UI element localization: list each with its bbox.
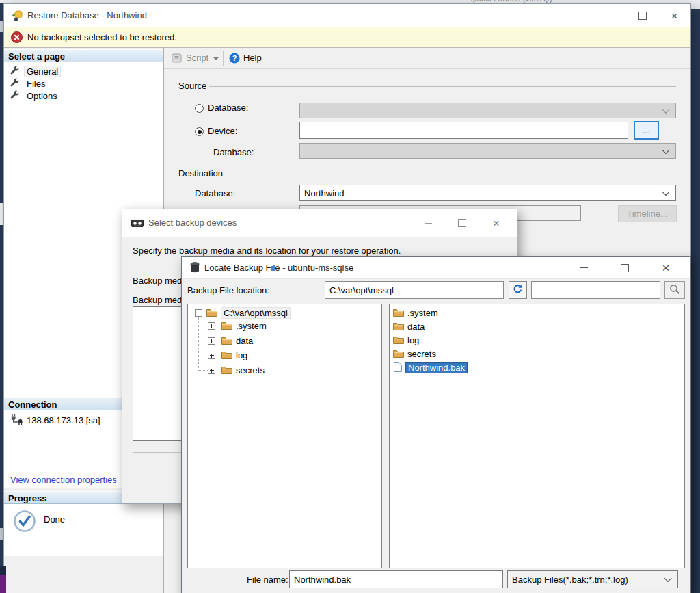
- timeline-button[interactable]: Timeline...: [618, 205, 677, 222]
- file-icon: [394, 362, 402, 374]
- tree-connector: [199, 326, 208, 326]
- file-list-item[interactable]: .system: [393, 306, 438, 319]
- source-database-radio-label: Database:: [208, 103, 248, 113]
- script-dropdown-caret-icon[interactable]: [213, 57, 219, 60]
- close-icon[interactable]: ×: [645, 257, 686, 278]
- progress-status: Done: [44, 514, 65, 525]
- refresh-button[interactable]: [509, 281, 527, 299]
- script-button[interactable]: Script: [186, 53, 208, 63]
- wrench-icon: [10, 78, 19, 89]
- maximize-icon[interactable]: [445, 209, 479, 237]
- file-type-combobox[interactable]: Backup Files(*.bak;*.trn;*.log): [507, 570, 678, 588]
- warning-text: No backupset selected to be restored.: [27, 27, 177, 47]
- folder-tree-pane[interactable]: C:\var\opt\mssql .system data log secret…: [187, 304, 382, 568]
- wrench-icon: [10, 90, 19, 101]
- locate-backup-file-dialog: Locate Backup File - ubuntu-ms-sqlse × B…: [181, 256, 691, 593]
- close-icon[interactable]: ×: [658, 4, 690, 27]
- source-backup-database-combobox: [299, 143, 676, 159]
- dropdown-chevron-icon: [662, 146, 669, 153]
- tree-node-label: secrets: [236, 365, 265, 375]
- connection-plug-icon: [10, 414, 24, 427]
- device-path-input[interactable]: [299, 122, 628, 139]
- search-icon: [669, 284, 680, 297]
- window-title: Restore Database - Northwind: [27, 4, 147, 27]
- dropdown-chevron-icon: [662, 105, 669, 113]
- file-list-item[interactable]: log: [393, 334, 419, 347]
- tree-expander-plus-icon[interactable]: [208, 367, 215, 374]
- sidebar-item-files[interactable]: Files: [10, 77, 48, 90]
- sidebar-item-label: General: [24, 66, 61, 77]
- wrench-icon: [10, 66, 19, 77]
- file-list-item-label: data: [407, 321, 425, 332]
- destination-database-value: Northwind: [304, 188, 345, 198]
- locate-dialog-title: Locate Backup File - ubuntu-ms-sqlse: [204, 257, 353, 278]
- minimize-icon[interactable]: [411, 209, 445, 237]
- background-fragment: [0, 203, 3, 225]
- folder-icon: [393, 321, 404, 332]
- maximize-icon[interactable]: [626, 4, 658, 27]
- view-connection-properties-link[interactable]: View connection properties: [10, 475, 117, 485]
- folder-icon: [221, 365, 232, 376]
- tree-expander-plus-icon[interactable]: [208, 352, 215, 359]
- tree-child-node[interactable]: data: [221, 334, 253, 347]
- devices-dialog-titlebar[interactable]: Select backup devices ×: [122, 209, 517, 237]
- background-titlebar-corner: [690, 0, 700, 9]
- source-group-line: [209, 86, 676, 87]
- tree-child-node[interactable]: log: [221, 349, 247, 362]
- destination-database-combobox[interactable]: Northwind: [299, 185, 676, 201]
- file-list-item-label: Northwind.bak: [405, 362, 468, 373]
- search-button[interactable]: [664, 281, 685, 299]
- taskbar-corner-purple: [0, 575, 6, 593]
- tree-child-node[interactable]: secrets: [221, 364, 265, 377]
- tape-device-icon: [131, 219, 144, 230]
- source-database-dropdown-label: Database:: [213, 147, 254, 157]
- folder-icon: [221, 350, 232, 361]
- tree-connector: [199, 356, 208, 356]
- search-input[interactable]: [531, 281, 660, 299]
- tree-node-label: C:\var\opt\mssql: [221, 307, 291, 319]
- devices-window-controls: ×: [411, 209, 513, 237]
- backup-file-location-input[interactable]: C:\var\opt\mssql: [325, 281, 504, 299]
- file-list-item[interactable]: secrets: [393, 347, 436, 360]
- close-icon[interactable]: ×: [479, 209, 513, 237]
- minimize-icon[interactable]: [594, 4, 626, 27]
- browse-devices-button[interactable]: ...: [634, 121, 659, 140]
- file-list-item-label: secrets: [407, 349, 436, 359]
- sidebar-item-options[interactable]: Options: [10, 90, 60, 102]
- folder-icon: [221, 336, 232, 347]
- toolbar-separator: [223, 51, 224, 66]
- locate-dialog-titlebar[interactable]: Locate Backup File - ubuntu-ms-sqlse ×: [182, 257, 690, 279]
- help-button[interactable]: Help: [243, 53, 262, 63]
- folder-icon: [221, 321, 232, 332]
- folder-icon: [206, 308, 217, 319]
- restore-window-titlebar[interactable]: Restore Database - Northwind ×: [4, 4, 690, 28]
- script-scroll-icon: [172, 53, 182, 66]
- file-list-item-label: .system: [407, 308, 438, 318]
- svg-text:?: ?: [232, 54, 237, 62]
- folder-icon: [393, 349, 404, 360]
- tree-expander-plus-icon[interactable]: [208, 337, 215, 345]
- tree-expander-plus-icon[interactable]: [208, 322, 215, 330]
- tree-root-node[interactable]: C:\var\opt\mssql: [206, 306, 291, 319]
- source-device-radio[interactable]: [195, 127, 204, 136]
- file-list-pane[interactable]: .system data log secrets Northwind.bak: [389, 304, 685, 568]
- tree-child-node[interactable]: .system: [221, 319, 267, 332]
- tree-node-label: log: [236, 350, 247, 360]
- maximize-icon[interactable]: [604, 257, 645, 278]
- locate-window-controls: ×: [563, 257, 686, 278]
- file-name-label: File name:: [247, 575, 288, 585]
- file-list-item[interactable]: data: [393, 320, 425, 333]
- taskbar-corner-dark: [0, 566, 6, 575]
- minimize-icon[interactable]: [563, 257, 604, 278]
- select-a-page-header: Select a page: [4, 49, 163, 62]
- sidebar-item-general[interactable]: General: [10, 65, 61, 77]
- tree-expander-minus-icon[interactable]: [195, 309, 202, 317]
- file-list-item-selected[interactable]: Northwind.bak: [394, 361, 468, 374]
- source-database-radio[interactable]: [195, 104, 204, 113]
- source-group-label: Source: [178, 81, 206, 91]
- destination-group-label: Destination: [178, 168, 223, 179]
- sidebar-item-label: Options: [24, 91, 60, 101]
- restore-database-icon: [11, 10, 23, 23]
- file-name-input[interactable]: Northwind.bak: [289, 570, 503, 588]
- source-database-combobox: [299, 103, 676, 118]
